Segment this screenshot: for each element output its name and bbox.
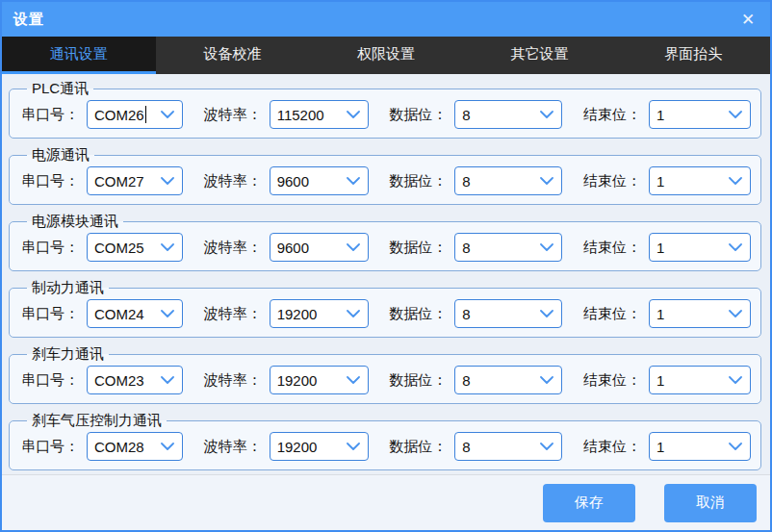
serial-port-label: 串口号： xyxy=(21,239,79,257)
tab-device-calibration[interactable]: 设备校准 xyxy=(156,37,310,74)
serial-port-select[interactable]: COM26 xyxy=(87,100,183,129)
stop-bits-select[interactable]: 1 xyxy=(649,366,751,394)
serial-port-field: 串口号： COM28 xyxy=(21,432,183,461)
comm-group-row: 串口号： COM26 波特率： 115200 数据位： xyxy=(21,100,755,129)
chevron-down-icon xyxy=(729,376,742,384)
data-bits-label: 数据位： xyxy=(389,438,447,456)
comm-group: 刹车气压控制力通讯 串口号： COM28 波特率： 19200 xyxy=(9,412,761,470)
stop-bits-label: 结束位： xyxy=(583,371,641,390)
stop-bits-field: 结束位： 1 xyxy=(583,432,751,461)
baud-rate-field: 波特率： 19200 xyxy=(204,432,369,461)
data-bits-field: 数据位： 8 xyxy=(389,166,562,195)
chevron-down-icon xyxy=(729,310,742,317)
data-bits-value: 8 xyxy=(462,439,470,455)
data-bits-value: 8 xyxy=(462,240,470,256)
tab-interface-header[interactable]: 界面抬头 xyxy=(616,37,770,74)
serial-port-label: 串口号： xyxy=(21,305,79,323)
data-bits-select[interactable]: 8 xyxy=(454,366,562,394)
chevron-down-icon xyxy=(161,376,174,384)
baud-rate-field: 波特率： 19200 xyxy=(204,299,369,328)
data-bits-field: 数据位： 8 xyxy=(389,299,562,328)
chevron-down-icon xyxy=(347,243,360,251)
stop-bits-label: 结束位： xyxy=(583,438,641,456)
data-bits-select[interactable]: 8 xyxy=(454,299,562,328)
chevron-down-icon xyxy=(347,376,360,384)
stop-bits-label: 结束位： xyxy=(583,239,641,257)
baud-rate-label: 波特率： xyxy=(204,106,262,124)
comm-group-title: 电源通讯 xyxy=(27,146,94,165)
comm-group-title: PLC通讯 xyxy=(27,80,93,98)
serial-port-value: COM25 xyxy=(94,240,144,256)
comm-group-row: 串口号： COM28 波特率： 19200 数据位： xyxy=(21,432,755,461)
chevron-down-icon xyxy=(540,376,553,384)
data-bits-label: 数据位： xyxy=(389,172,447,190)
serial-port-field: 串口号： COM23 xyxy=(21,366,183,394)
data-bits-field: 数据位： 8 xyxy=(389,366,562,394)
chevron-down-icon xyxy=(347,177,360,185)
data-bits-value: 8 xyxy=(462,306,470,322)
data-bits-field: 数据位： 8 xyxy=(389,100,562,129)
stop-bits-label: 结束位： xyxy=(583,172,641,190)
baud-rate-select[interactable]: 9600 xyxy=(270,166,369,195)
chevron-down-icon xyxy=(540,443,553,450)
data-bits-select[interactable]: 8 xyxy=(454,233,562,262)
comm-group-row: 串口号： COM27 波特率： 9600 数据位： xyxy=(21,166,755,195)
serial-port-select[interactable]: COM28 xyxy=(87,432,183,461)
chevron-down-icon xyxy=(347,443,360,450)
data-bits-value: 8 xyxy=(462,107,470,123)
stop-bits-select[interactable]: 1 xyxy=(649,233,751,262)
baud-rate-select[interactable]: 19200 xyxy=(270,299,369,328)
stop-bits-field: 结束位： 1 xyxy=(583,233,751,262)
chevron-down-icon xyxy=(729,243,742,251)
communication-settings-panel: PLC通讯 串口号： COM26 波特率： 115200 xyxy=(2,74,770,474)
baud-rate-select[interactable]: 115200 xyxy=(270,100,369,129)
serial-port-label: 串口号： xyxy=(21,106,79,124)
comm-group-title: 刹车气压控制力通讯 xyxy=(27,412,167,430)
tab-permission-settings[interactable]: 权限设置 xyxy=(309,37,463,74)
tab-communication-settings[interactable]: 通讯设置 xyxy=(2,37,156,74)
baud-rate-select[interactable]: 9600 xyxy=(270,233,369,262)
comm-group: 电源模块通讯 串口号： COM25 波特率： 9600 xyxy=(9,213,761,271)
stop-bits-select[interactable]: 1 xyxy=(649,100,751,129)
baud-rate-label: 波特率： xyxy=(204,239,262,257)
data-bits-select[interactable]: 8 xyxy=(454,432,562,461)
chevron-down-icon xyxy=(540,177,553,185)
comm-group-row: 串口号： COM24 波特率： 19200 数据位： xyxy=(21,299,755,328)
stop-bits-label: 结束位： xyxy=(583,305,641,323)
serial-port-select[interactable]: COM23 xyxy=(87,366,183,394)
serial-port-select[interactable]: COM24 xyxy=(87,299,183,328)
data-bits-label: 数据位： xyxy=(389,305,447,323)
stop-bits-label: 结束位： xyxy=(583,106,641,124)
serial-port-select[interactable]: COM27 xyxy=(87,166,183,195)
close-icon[interactable]: ✕ xyxy=(732,2,764,37)
stop-bits-select[interactable]: 1 xyxy=(649,166,751,195)
comm-group-row: 串口号： COM23 波特率： 19200 数据位： xyxy=(21,366,755,394)
comm-group-title: 刹车力通讯 xyxy=(27,345,109,364)
stop-bits-select[interactable]: 1 xyxy=(649,299,751,328)
serial-port-value: COM23 xyxy=(94,372,144,389)
save-button[interactable]: 保存 xyxy=(543,484,635,522)
serial-port-field: 串口号： COM25 xyxy=(21,233,183,262)
stop-bits-select[interactable]: 1 xyxy=(649,432,751,461)
cancel-button[interactable]: 取消 xyxy=(664,484,757,522)
tab-other-settings[interactable]: 其它设置 xyxy=(463,37,617,74)
serial-port-value: COM26 xyxy=(94,107,144,123)
chevron-down-icon xyxy=(161,243,174,251)
baud-rate-select[interactable]: 19200 xyxy=(270,366,369,394)
baud-rate-select[interactable]: 19200 xyxy=(270,432,369,461)
chevron-down-icon xyxy=(161,310,174,317)
chevron-down-icon xyxy=(729,111,742,118)
data-bits-select[interactable]: 8 xyxy=(454,100,562,129)
baud-rate-field: 波特率： 19200 xyxy=(204,366,369,394)
stop-bits-value: 1 xyxy=(656,240,664,256)
data-bits-select[interactable]: 8 xyxy=(454,166,562,195)
baud-rate-label: 波特率： xyxy=(204,305,262,323)
comm-group-title: 电源模块通讯 xyxy=(27,213,123,231)
stop-bits-value: 1 xyxy=(656,173,664,190)
title-bar: 设置 ✕ xyxy=(2,2,770,37)
serial-port-select[interactable]: COM25 xyxy=(87,233,183,262)
comm-group: PLC通讯 串口号： COM26 波特率： 115200 xyxy=(9,80,761,139)
baud-rate-value: 9600 xyxy=(277,240,309,256)
stop-bits-value: 1 xyxy=(656,372,664,389)
baud-rate-label: 波特率： xyxy=(204,172,262,190)
